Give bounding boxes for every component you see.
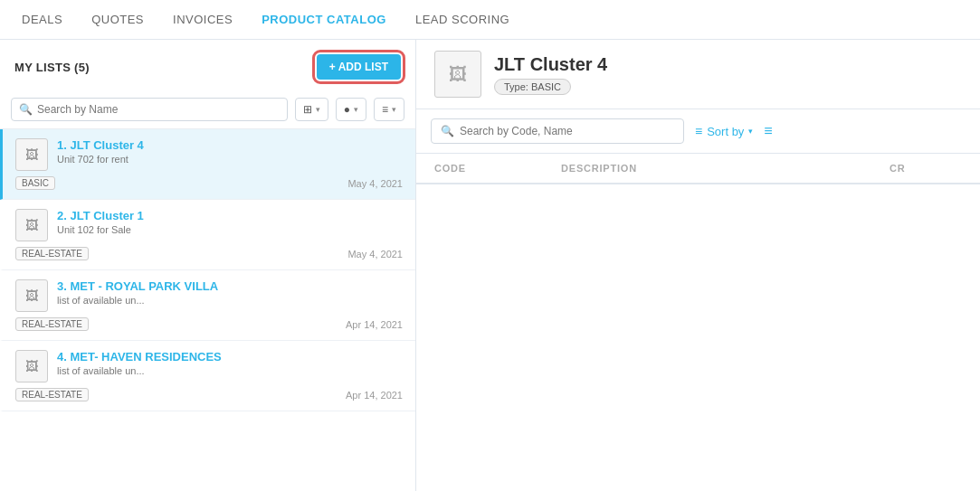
search-name-box[interactable]: 🔍 [11,98,288,121]
item-subtitle: Unit 702 for rent [57,154,403,165]
sort-chevron-icon: ▾ [748,127,753,136]
nav-item-product-catalog[interactable]: PRODUCT CATALOG [262,9,386,30]
search-code-input[interactable] [460,125,674,137]
thumbnail-icon: 🖼 [25,147,38,162]
item-title: 4. MET- HAVEN RESIDENCES [57,350,403,364]
list-item[interactable]: 🖼 2. JLT Cluster 1 Unit 102 for Sale REA… [0,200,415,270]
thumbnail-icon: 🖼 [25,359,38,373]
search-code-box[interactable]: 🔍 [431,118,684,144]
item-title: 3. MET - ROYAL PARK VILLA [57,279,403,293]
right-panel-header: 🖼 JLT Cluster 4 Type: BASIC [416,40,980,109]
column-description-header: DESCRIPTION [561,163,890,174]
list-item[interactable]: 🖼 4. MET- HAVEN RESIDENCES list of avail… [0,341,415,411]
list-item-row: 🖼 3. MET - ROYAL PARK VILLA list of avai… [15,279,403,312]
nav-item-deals[interactable]: DEALS [22,9,62,30]
item-footer: BASIC May 4, 2021 [15,176,403,190]
item-date: Apr 14, 2021 [346,319,403,330]
sort-by-label: Sort by [707,125,744,138]
catalog-thumbnail: 🖼 [434,51,481,98]
sort-by-button[interactable]: ≡ Sort by ▾ [695,124,753,138]
item-footer: REAL-ESTATE May 4, 2021 [15,247,403,260]
item-tag: REAL-ESTATE [15,247,89,260]
item-subtitle: Unit 102 for Sale [57,224,403,235]
item-tag: REAL-ESTATE [15,317,89,331]
my-lists-title: MY LISTS (5) [14,61,90,74]
column-code-header: CODE [434,163,561,174]
nav-item-quotes[interactable]: QUOTES [91,9,144,30]
left-panel: MY LISTS (5) + ADD LIST 🔍 ⊞ ▾ ● ▾ ≡ ▾ [0,40,416,491]
code-search-icon: 🔍 [441,125,454,137]
catalog-type-badge: Type: BASIC [494,79,571,95]
search-name-input[interactable] [37,103,280,116]
item-thumbnail: 🖼 [15,138,48,171]
filter-bar: 🔍 ⊞ ▾ ● ▾ ≡ ▾ [0,90,415,129]
item-info: 1. JLT Cluster 4 Unit 702 for rent [57,138,403,165]
catalog-image-icon: 🖼 [449,64,467,85]
right-filter-icon-button[interactable]: ≡ [764,123,772,139]
list-item[interactable]: 🖼 3. MET - ROYAL PARK VILLA list of avai… [0,270,415,341]
sort-filter-button[interactable]: ≡ ▾ [374,98,404,121]
nav-item-lead-scoring[interactable]: LEAD SCORING [415,9,509,30]
thumbnail-icon: 🖼 [25,218,38,232]
top-navigation: DEALSQUOTESINVOICESPRODUCT CATALOGLEAD S… [0,0,980,40]
left-panel-header: MY LISTS (5) + ADD LIST [0,40,415,90]
item-title: 2. JLT Cluster 1 [57,209,403,222]
item-thumbnail: 🖼 [15,279,48,312]
search-icon: 🔍 [19,103,33,116]
eye-chevron-icon: ▾ [354,105,358,114]
item-subtitle: list of available un... [57,365,403,376]
tree-filter-button[interactable]: ⊞ ▾ [295,98,328,121]
item-tag: REAL-ESTATE [15,388,89,401]
right-panel: 🖼 JLT Cluster 4 Type: BASIC 🔍 ≡ Sort by … [416,40,980,491]
sort-lines-icon: ≡ [695,124,702,138]
catalog-name: JLT Cluster 4 [494,54,607,75]
item-footer: REAL-ESTATE Apr 14, 2021 [15,388,403,401]
list-item[interactable]: 🖼 1. JLT Cluster 4 Unit 702 for rent BAS… [0,129,415,200]
item-footer: REAL-ESTATE Apr 14, 2021 [15,317,403,331]
item-thumbnail: 🖼 [15,209,48,241]
filter-lines-icon: ≡ [764,123,772,138]
list-items-container: 🖼 1. JLT Cluster 4 Unit 702 for rent BAS… [0,129,415,491]
tree-icon: ⊞ [303,103,312,116]
item-info: 4. MET- HAVEN RESIDENCES list of availab… [57,350,403,376]
item-subtitle: list of available un... [57,295,403,306]
main-layout: MY LISTS (5) + ADD LIST 🔍 ⊞ ▾ ● ▾ ≡ ▾ [0,40,980,491]
right-toolbar: 🔍 ≡ Sort by ▾ ≡ [416,109,980,154]
eye-icon: ● [344,103,350,116]
sort-icon: ≡ [382,103,388,116]
item-date: May 4, 2021 [347,249,403,260]
item-tag: BASIC [15,176,55,190]
sort-chevron-icon: ▾ [392,105,396,114]
table-header: CODE DESCRIPTION CR [416,154,980,184]
item-date: Apr 14, 2021 [346,390,403,401]
item-date: May 4, 2021 [347,178,403,189]
table-body [416,184,980,491]
catalog-info: JLT Cluster 4 Type: BASIC [494,54,607,95]
add-list-button[interactable]: + ADD LIST [317,54,401,80]
column-cr-header: CR [890,163,962,174]
list-item-row: 🖼 2. JLT Cluster 1 Unit 102 for Sale [15,209,403,241]
nav-item-invoices[interactable]: INVOICES [173,9,233,30]
item-info: 2. JLT Cluster 1 Unit 102 for Sale [57,209,403,235]
thumbnail-icon: 🖼 [25,288,38,303]
eye-filter-button[interactable]: ● ▾ [336,98,366,121]
item-title: 1. JLT Cluster 4 [57,138,403,152]
list-item-row: 🖼 4. MET- HAVEN RESIDENCES list of avail… [15,350,403,382]
tree-chevron-icon: ▾ [316,105,320,114]
list-item-row: 🖼 1. JLT Cluster 4 Unit 702 for rent [15,138,403,171]
item-info: 3. MET - ROYAL PARK VILLA list of availa… [57,279,403,306]
item-thumbnail: 🖼 [15,350,48,382]
